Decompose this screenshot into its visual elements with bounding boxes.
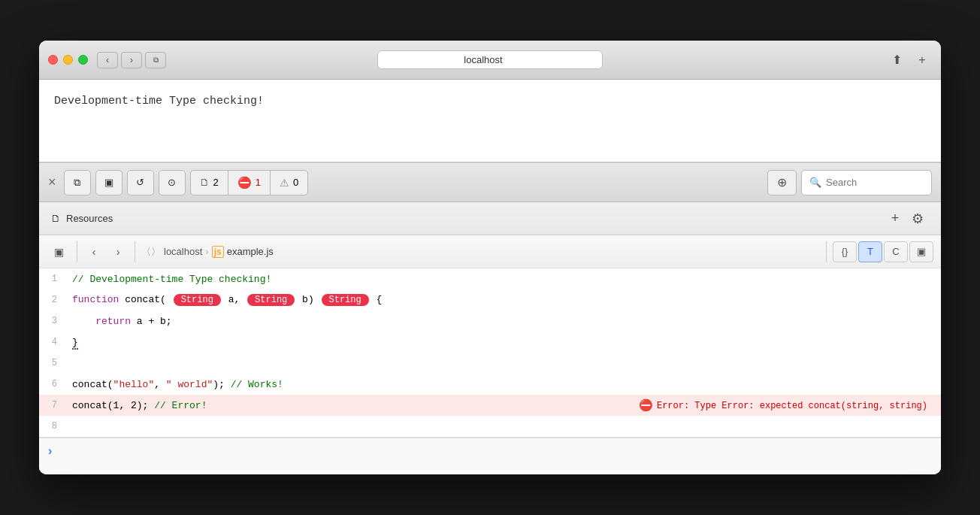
code-line-1: 1 // Development-time Type checking! [39, 268, 941, 289]
code-editor: 1 // Development-time Type checking! 2 f… [39, 268, 941, 437]
browser-nav-buttons: ‹ › ⧉ [97, 52, 166, 68]
split-view-button[interactable]: ▣ [909, 241, 933, 262]
host-icon: 〈〉 [141, 245, 161, 259]
warning-count: 0 [293, 177, 298, 188]
line-number-4: 4 [39, 337, 66, 347]
counters-group: 🗋 2 ⛔ 1 ⚠ 0 [190, 170, 309, 195]
code-line-6: 6 concat("hello", " world"); // Works! [39, 374, 941, 395]
code-toolbar: ▣ ‹ › 〈〉 localhost › js example.js {} T [39, 235, 941, 268]
resources-tab[interactable]: 🗋 Resources [51, 213, 113, 224]
error-counter[interactable]: ⛔ 1 [228, 171, 270, 195]
js-file-icon: js [212, 246, 224, 258]
code-line-7: 7 concat(1, 2); // Error! ⛔ Error: Type … [39, 395, 941, 416]
traffic-lights [48, 55, 88, 65]
page-content: Development-time Type checking! [39, 80, 941, 162]
refresh-icon: ↺ [136, 177, 144, 188]
code-line-5: 5 [39, 353, 941, 374]
forward-button[interactable]: › [121, 52, 142, 68]
settings-button[interactable]: ⚙ [906, 208, 929, 230]
class-view-button[interactable]: C [884, 241, 908, 262]
line-content-2: function concat( String a, String b) Str… [66, 294, 941, 306]
code-forward-button[interactable]: › [107, 241, 129, 262]
traffic-light-close[interactable] [48, 55, 58, 65]
breadcrumb-file: js example.js [212, 246, 274, 258]
add-resource-button[interactable]: + [884, 208, 906, 230]
line-content-1: // Development-time Type checking! [66, 274, 941, 285]
code-sidebar-toggle[interactable]: ▣ [47, 241, 71, 262]
url-input[interactable] [377, 50, 603, 69]
toolbar-divider-3 [826, 241, 827, 262]
code-view-buttons: {} T C ▣ [833, 241, 933, 262]
devtools-toolbar: × ⧉ ▣ ↺ ⊙ 🗋 2 ⛔ 1 [39, 163, 941, 202]
error-text: Error: Type Error: expected concat(strin… [657, 400, 927, 410]
devtools-close-button[interactable]: × [48, 174, 56, 190]
devtools-panels-button[interactable]: ⧉ [64, 170, 91, 195]
line-number-8: 8 [39, 421, 66, 432]
devtools-download-button[interactable]: ⊙ [159, 170, 186, 195]
resources-tab-label: Resources [66, 213, 113, 224]
type-view-button[interactable]: T [858, 241, 882, 262]
code-line-2: 2 function concat( String a, String b) S… [39, 289, 941, 311]
panels-icon: ⧉ [74, 177, 80, 189]
line-number-3: 3 [39, 316, 66, 326]
console-area: › [39, 437, 941, 474]
breadcrumb-separator: › [205, 246, 208, 257]
file-label: example.js [227, 246, 274, 257]
line-content-4: } [66, 337, 941, 348]
toolbar-divider [77, 241, 77, 262]
warning-counter[interactable]: ⚠ 0 [270, 171, 307, 195]
title-bar-actions: ⬆ + [887, 50, 932, 70]
show-tabs-button[interactable]: ⧉ [145, 52, 166, 68]
traffic-light-maximize[interactable] [78, 55, 88, 65]
target-button[interactable]: ⊕ [767, 170, 797, 195]
file-icon: 🗋 [200, 177, 210, 188]
breadcrumb: 〈〉 localhost › js example.js [141, 245, 820, 259]
back-button[interactable]: ‹ [97, 52, 118, 68]
code-line-8: 8 [39, 416, 941, 437]
json-view-button[interactable]: {} [833, 241, 857, 262]
devtools-panel: × ⧉ ▣ ↺ ⊙ 🗋 2 ⛔ 1 [39, 162, 941, 474]
line-content-6: concat("hello", " world"); // Works! [66, 379, 941, 390]
file-count: 2 [213, 177, 219, 188]
toolbar-divider-2 [135, 241, 135, 262]
console-prompt-icon: › [48, 444, 52, 458]
url-bar-container [377, 50, 603, 69]
line-number-6: 6 [39, 379, 66, 389]
error-count: 1 [256, 177, 261, 188]
line-number-2: 2 [39, 295, 66, 305]
breadcrumb-host: 〈〉 localhost [141, 245, 202, 259]
search-icon: 🔍 [809, 177, 821, 188]
error-message: ⛔ Error: Type Error: expected concat(str… [633, 398, 933, 413]
browser-window: ‹ › ⧉ ⬆ + Development-time Type checking… [39, 41, 941, 474]
warning-icon: ⚠ [280, 177, 289, 189]
traffic-light-minimize[interactable] [63, 55, 73, 65]
download-icon: ⊙ [168, 177, 176, 188]
title-bar: ‹ › ⧉ ⬆ + [39, 41, 941, 80]
line-number-5: 5 [39, 358, 66, 368]
file-counter[interactable]: 🗋 2 [191, 171, 228, 195]
resources-bar: 🗋 Resources + ⚙ [39, 202, 941, 235]
page-title: Development-time Type checking! [54, 95, 926, 108]
resources-file-icon: 🗋 [51, 213, 61, 224]
code-back-button[interactable]: ‹ [83, 241, 104, 262]
new-tab-button[interactable]: + [912, 50, 932, 70]
search-box[interactable]: 🔍 [801, 170, 932, 195]
line-number-7: 7 [39, 400, 66, 410]
code-line-3: 3 return a + b; [39, 311, 941, 332]
search-input[interactable] [826, 177, 924, 188]
error-badge-icon: ⛔ [639, 398, 653, 413]
line-content-3: return a + b; [66, 316, 941, 327]
host-label: localhost [164, 246, 202, 257]
code-line-4: 4 } [39, 332, 941, 353]
devtools-sidebar-button[interactable]: ▣ [95, 170, 122, 195]
line-number-1: 1 [39, 274, 66, 284]
sidebar-icon: ▣ [104, 177, 113, 188]
share-button[interactable]: ⬆ [887, 50, 906, 70]
error-icon: ⛔ [237, 176, 252, 189]
devtools-refresh-button[interactable]: ↺ [127, 170, 154, 195]
